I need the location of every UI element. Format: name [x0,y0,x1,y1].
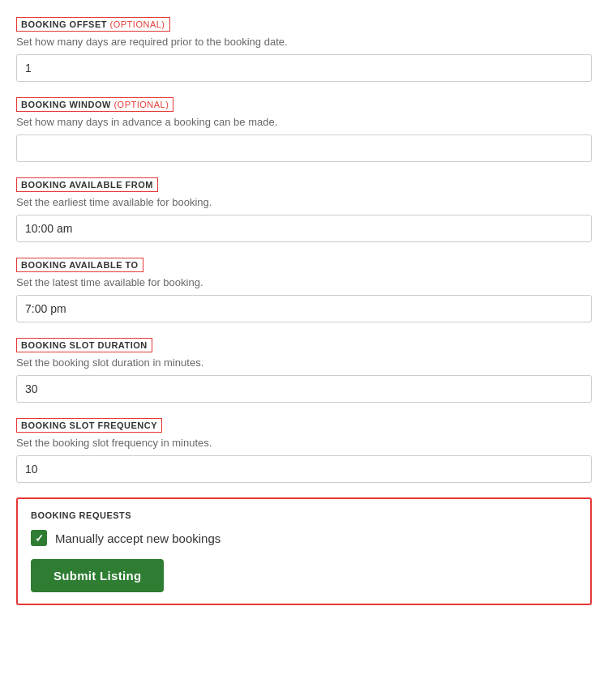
manually-accept-row: Manually accept new bookings [31,530,577,546]
booking-slot-duration-section: BOOKING SLOT DURATION Set the booking sl… [16,337,592,403]
booking-slot-duration-description: Set the booking slot duration in minutes… [16,356,592,369]
booking-slot-frequency-section: BOOKING SLOT FREQUENCY Set the booking s… [16,417,592,483]
booking-offset-description: Set how many days are required prior to … [16,36,592,48]
booking-available-to-description: Set the latest time available for bookin… [16,276,592,288]
booking-slot-frequency-description: Set the booking slot frequency in minute… [16,437,592,449]
booking-window-section: BOOKING WINDOW (OPTIONAL) Set how many d… [16,96,592,162]
booking-slot-duration-input[interactable] [16,375,592,403]
booking-available-to-label: BOOKING AVAILABLE TO [16,258,143,272]
manually-accept-checkbox[interactable] [31,530,47,546]
booking-slot-frequency-label: BOOKING SLOT FREQUENCY [16,418,162,433]
booking-available-from-section: BOOKING AVAILABLE FROM Set the earliest … [16,177,592,242]
submit-listing-button[interactable]: Submit Listing [31,559,164,592]
booking-slot-duration-label: BOOKING SLOT DURATION [16,338,152,352]
booking-available-to-input[interactable] [16,295,592,322]
booking-requests-box: BOOKING REQUESTS Manually accept new boo… [16,497,592,605]
booking-available-from-label: BOOKING AVAILABLE FROM [16,177,158,192]
booking-available-to-section: BOOKING AVAILABLE TO Set the latest time… [16,257,592,322]
booking-offset-section: BOOKING OFFSET (OPTIONAL) Set how many d… [16,16,592,82]
booking-window-label: BOOKING WINDOW (OPTIONAL) [16,97,173,112]
booking-offset-input[interactable] [16,54,592,82]
booking-window-description: Set how many days in advance a booking c… [16,116,592,128]
booking-slot-frequency-input[interactable] [16,455,592,483]
booking-available-from-input[interactable] [16,215,592,242]
booking-requests-title: BOOKING REQUESTS [31,510,577,520]
booking-window-input[interactable] [16,134,592,162]
booking-offset-label: BOOKING OFFSET (OPTIONAL) [16,17,170,32]
manually-accept-label: Manually accept new bookings [55,531,221,545]
booking-available-from-description: Set the earliest time available for book… [16,196,592,208]
